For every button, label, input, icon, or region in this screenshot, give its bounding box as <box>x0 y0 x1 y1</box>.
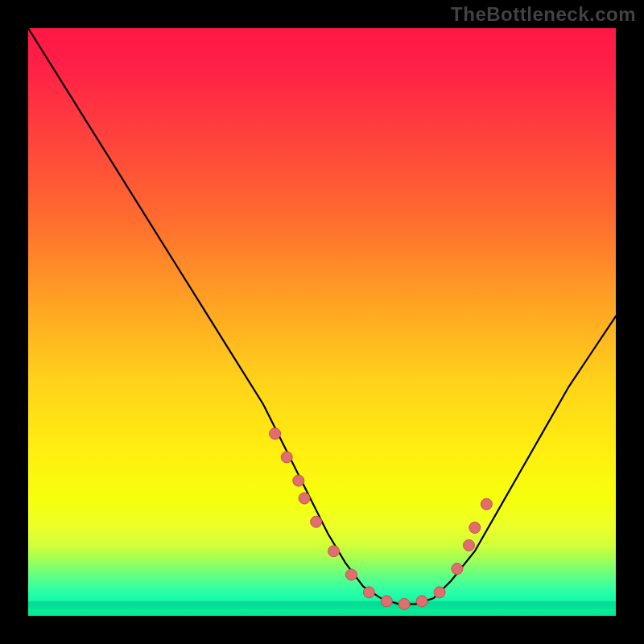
highlight-dot <box>363 587 374 598</box>
highlight-dot <box>299 493 310 504</box>
highlight-dot <box>481 498 492 510</box>
highlight-dots-group <box>270 428 493 610</box>
highlight-dot <box>346 569 357 580</box>
highlight-dot <box>311 516 322 527</box>
highlight-dot <box>469 522 481 534</box>
curve-svg <box>28 28 616 616</box>
highlight-dot <box>398 598 410 609</box>
watermark-text: TheBottleneck.com <box>451 3 636 26</box>
highlight-dot <box>328 546 340 557</box>
highlight-dot <box>416 596 427 607</box>
highlight-dot <box>281 452 292 463</box>
highlight-dot <box>464 539 475 551</box>
highlight-dot <box>452 564 463 575</box>
highlight-dot <box>381 596 392 607</box>
highlight-dot <box>270 428 281 440</box>
plot-area <box>28 28 616 616</box>
highlight-dot <box>293 475 304 486</box>
chart-container: TheBottleneck.com <box>0 0 644 644</box>
highlight-dot <box>434 587 445 598</box>
bottleneck-curve <box>28 28 616 604</box>
